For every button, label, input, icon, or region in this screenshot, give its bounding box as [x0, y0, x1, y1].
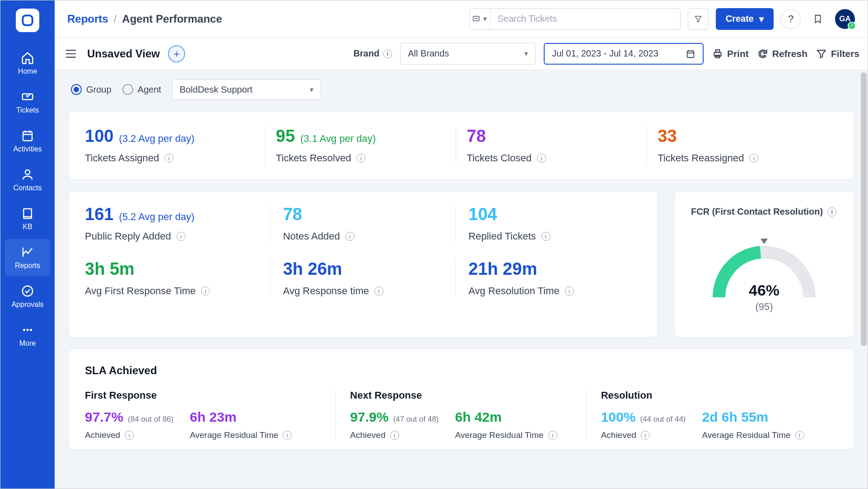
- add-view-button[interactable]: ＋: [168, 45, 185, 62]
- svg-rect-0: [23, 15, 32, 25]
- svg-point-7: [27, 329, 29, 331]
- sidebar-item-kb[interactable]: KB: [5, 200, 50, 237]
- sidebar-item-activities[interactable]: Activities: [5, 122, 50, 160]
- info-icon[interactable]: i: [125, 431, 134, 440]
- info-icon[interactable]: i: [390, 431, 399, 440]
- sla-residual: 6h 23m Average Residual Timei: [190, 409, 292, 440]
- info-icon[interactable]: i: [201, 287, 210, 296]
- info-icon[interactable]: i: [827, 207, 836, 216]
- filter-icon: [816, 48, 827, 60]
- info-icon[interactable]: i: [345, 232, 355, 241]
- radio-group[interactable]: Group: [71, 84, 112, 95]
- metric-label: Tickets Resolved i: [276, 152, 445, 164]
- search-wrapper: ▾: [469, 8, 681, 30]
- radio-checked-icon: [71, 84, 82, 95]
- search-input[interactable]: [490, 14, 680, 24]
- info-icon[interactable]: i: [356, 154, 365, 163]
- metric-value: 161 (5.2 Avg per day): [85, 205, 257, 224]
- search-scope-selector[interactable]: ▾: [470, 9, 490, 29]
- create-label: Create: [726, 14, 754, 24]
- viewbar: Unsaved View ＋ Brand i All Brands ▾ Jul …: [55, 38, 868, 70]
- help-button[interactable]: ?: [781, 9, 801, 29]
- info-icon[interactable]: i: [541, 232, 551, 241]
- brand-select[interactable]: All Brands ▾: [400, 43, 536, 65]
- date-range-value: Jul 01, 2023 - Jul 14, 2023: [552, 48, 658, 59]
- metric: 161 (5.2 Avg per day) Public Reply Added…: [85, 205, 271, 242]
- metric: 3h 26m Avg Response time i: [271, 259, 456, 297]
- view-title: Unsaved View: [87, 47, 160, 60]
- metric: 100 (3.2 Avg per day) Tickets Assigned i: [85, 127, 265, 164]
- info-icon[interactable]: i: [374, 287, 383, 296]
- filters-button[interactable]: Filters: [816, 48, 859, 60]
- sidebar-item-label: Tickets: [16, 106, 39, 114]
- status-online-icon: ✓: [848, 22, 856, 30]
- metric-label: Tickets Assigned i: [85, 152, 254, 164]
- sidebar-item-label: Home: [18, 67, 37, 75]
- sla-col-title: First Response: [85, 390, 321, 401]
- svg-rect-12: [716, 50, 720, 52]
- sidebar-item-reports[interactable]: Reports: [5, 239, 50, 276]
- date-range-picker[interactable]: Jul 01, 2023 - Jul 14, 2023: [544, 43, 704, 65]
- svg-rect-2: [23, 132, 32, 141]
- metric: 78 Notes Added i: [271, 205, 456, 242]
- info-icon[interactable]: i: [641, 431, 650, 440]
- app-logo[interactable]: [16, 9, 39, 32]
- bookmark-button[interactable]: [808, 9, 828, 29]
- metric-label: Avg First Response Time i: [85, 285, 257, 297]
- info-icon[interactable]: i: [749, 154, 758, 163]
- info-icon[interactable]: i: [283, 431, 292, 440]
- sidebar-item-contacts[interactable]: Contacts: [5, 161, 50, 198]
- group-select[interactable]: BoldDesk Support ▾: [172, 79, 321, 100]
- svg-point-3: [25, 170, 30, 174]
- print-button[interactable]: Print: [712, 48, 749, 60]
- info-icon[interactable]: i: [548, 431, 557, 440]
- fcr-title: FCR (First Contact Resolution): [691, 207, 823, 217]
- top-metrics-card: 100 (3.2 Avg per day) Tickets Assigned i…: [68, 111, 854, 180]
- info-icon[interactable]: i: [795, 431, 804, 440]
- chevron-down-icon: ▾: [310, 85, 313, 94]
- metric: 95 (3.1 Avg per day) Tickets Resolved i: [265, 127, 456, 164]
- sidebar-item-label: Reports: [15, 262, 40, 270]
- breadcrumb-current: Agent Performance: [122, 13, 222, 25]
- metric-value: 95 (3.1 Avg per day): [276, 127, 445, 146]
- mid-metrics-card: 161 (5.2 Avg per day) Public Reply Added…: [68, 191, 658, 338]
- sla-col-title: Next Response: [350, 390, 571, 401]
- create-button[interactable]: Create ▾: [716, 8, 774, 30]
- sidebar-item-approvals[interactable]: Approvals: [5, 278, 50, 315]
- content: Group Agent BoldDesk Support ▾ 100 (3.2 …: [55, 70, 868, 489]
- metric-value: 3h 26m: [283, 259, 443, 279]
- info-icon[interactable]: i: [177, 232, 186, 241]
- calendar-icon: [686, 49, 695, 59]
- refresh-button[interactable]: Refresh: [757, 48, 807, 60]
- sidebar-item-tickets[interactable]: Tickets: [5, 84, 50, 121]
- user-avatar[interactable]: GA ✓: [835, 9, 855, 29]
- sidebar-item-home[interactable]: Home: [5, 45, 50, 82]
- hamburger-menu-button[interactable]: [63, 46, 79, 62]
- metric-label: Tickets Closed i: [467, 152, 636, 164]
- chevron-down-icon: ▾: [759, 14, 764, 24]
- topbar: Reports / Agent Performance ▾ Create ▾ ?: [55, 0, 868, 38]
- metric-value: 78: [467, 127, 636, 146]
- sla-achieved: 97.7%(84 out of 86) Achievedi: [85, 409, 173, 440]
- search-filter-button[interactable]: [688, 8, 709, 30]
- sidebar-item-more[interactable]: More: [5, 317, 50, 354]
- info-icon[interactable]: i: [537, 154, 546, 163]
- metric-label: Public Reply Added i: [85, 230, 257, 242]
- radio-agent[interactable]: Agent: [122, 84, 161, 95]
- gauge-value: 46%: [705, 282, 823, 299]
- refresh-icon: [757, 48, 769, 60]
- sla-column: Next Response 97.9%(47 out of 48) Achiev…: [336, 390, 586, 440]
- sla-achieved: 97.9%(47 out of 48) Achievedi: [350, 409, 439, 440]
- info-icon[interactable]: i: [565, 287, 574, 296]
- info-icon[interactable]: i: [383, 49, 392, 58]
- info-icon[interactable]: i: [164, 154, 173, 163]
- sidebar-item-label: Approvals: [11, 301, 43, 309]
- metric-value: 78: [283, 205, 443, 224]
- printer-icon: [712, 48, 723, 60]
- chevron-down-icon: ▾: [524, 49, 528, 58]
- breadcrumb: Reports / Agent Performance: [67, 13, 222, 25]
- sidebar-item-label: KB: [23, 223, 32, 231]
- scrollbar[interactable]: [861, 72, 867, 346]
- breadcrumb-root[interactable]: Reports: [67, 13, 108, 25]
- sla-residual: 2d 6h 55m Average Residual Timei: [702, 409, 804, 440]
